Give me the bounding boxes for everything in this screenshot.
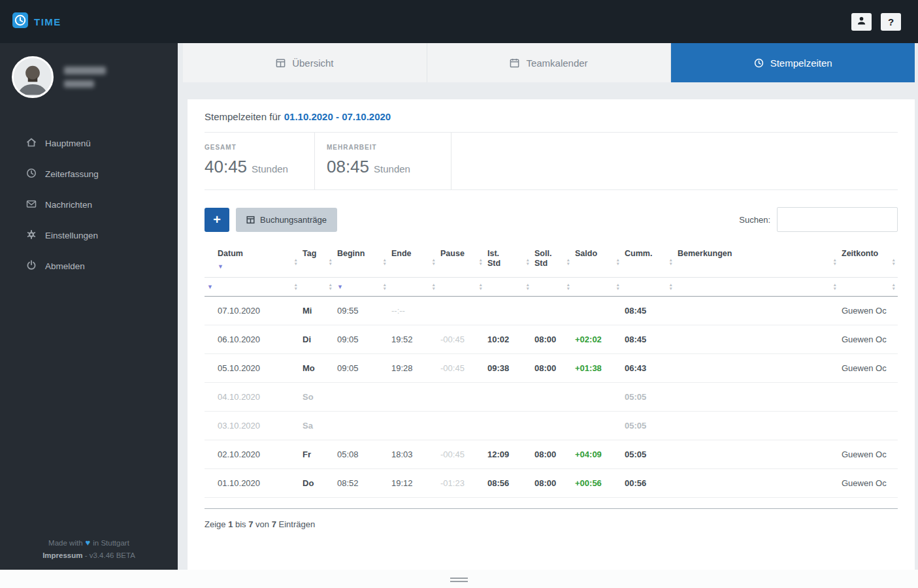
- column-header-ist-std[interactable]: Ist. Std: [485, 246, 532, 278]
- cell-pause: -00:45: [438, 325, 485, 354]
- cell-datum: 04.10.2020: [205, 383, 300, 412]
- column-filter-beginn[interactable]: [335, 278, 389, 297]
- sort-desc-icon: [337, 282, 343, 292]
- cell-beginn: 09:55: [335, 297, 389, 325]
- column-header-zeitkonto[interactable]: Zeitkonto: [839, 246, 898, 278]
- sort-icon: [669, 258, 673, 266]
- column-filter-ende[interactable]: [389, 278, 438, 297]
- column-header-tag[interactable]: Tag: [300, 246, 335, 278]
- booking-requests-button[interactable]: Buchungsanträge: [236, 208, 337, 232]
- column-header-soll-std[interactable]: Soll. Std: [532, 246, 572, 278]
- cell-soll: 08:00: [532, 440, 572, 469]
- impressum-link[interactable]: Impressum: [42, 551, 82, 559]
- avatar[interactable]: [12, 56, 54, 98]
- column-header-bemerkungen[interactable]: Bemerkungen: [675, 246, 839, 278]
- column-filter-bemerkungen[interactable]: [675, 278, 839, 297]
- app-logo[interactable]: TIME: [12, 12, 61, 31]
- column-header-beginn[interactable]: Beginn: [335, 246, 389, 278]
- cell-ende: 18:03: [389, 440, 438, 469]
- stat-label: GESAMT: [205, 144, 288, 151]
- sidebar-item-zeiterfassung[interactable]: Zeiterfassung: [0, 159, 178, 189]
- cell-bemerkungen: [675, 469, 839, 498]
- divider: [205, 189, 898, 190]
- column-filter-soll-std[interactable]: [532, 278, 572, 297]
- tab-label: Übersicht: [292, 57, 333, 69]
- table-row[interactable]: 01.10.2020Do08:5219:12-01:2308:5608:00+0…: [205, 469, 898, 498]
- cell-tag: Mo: [300, 354, 335, 383]
- column-filter-cumm[interactable]: [622, 278, 675, 297]
- sidebar-item-abmelden[interactable]: Abmelden: [0, 251, 178, 282]
- resize-handle[interactable]: [450, 578, 468, 582]
- cell-ist: 10:02: [485, 325, 532, 354]
- stat-label: MEHRARBEIT: [327, 144, 410, 151]
- column-filter-ist-std[interactable]: [485, 278, 532, 297]
- cell-ist: 09:38: [485, 354, 532, 383]
- sidebar-item-hauptmenu[interactable]: Hauptmenü: [0, 128, 178, 159]
- stempelzeiten-table: DatumTagBeginnEndePauseIst. StdSoll. Std…: [205, 246, 898, 498]
- column-header-datum[interactable]: Datum: [205, 246, 300, 278]
- add-entry-button[interactable]: +: [205, 208, 229, 232]
- toolbar: + Buchungsanträge Suchen:: [205, 207, 898, 232]
- cell-cumm: 05:05: [622, 412, 675, 440]
- version-text: - v3.4.46 BETA: [83, 551, 135, 559]
- cell-bemerkungen: [675, 297, 839, 325]
- sort-icon: [833, 283, 837, 291]
- cell-zeitkonto: Guewen Oc: [839, 469, 898, 498]
- sort-icon: [329, 283, 333, 291]
- column-header-ende[interactable]: Ende: [389, 246, 438, 278]
- sort-icon: [479, 283, 483, 291]
- column-filter-saldo[interactable]: [572, 278, 622, 297]
- sidebar-item-nachrichten[interactable]: Nachrichten: [0, 189, 178, 220]
- table-row[interactable]: 07.10.2020Mi09:55--:--08:45Guewen Oc: [205, 297, 898, 325]
- column-header-cumm[interactable]: Cumm.: [622, 246, 675, 278]
- column-header-pause[interactable]: Pause: [438, 246, 485, 278]
- cell-ist: [485, 412, 532, 440]
- stat-value: 40:45: [205, 157, 247, 177]
- cell-cumm: 05:05: [622, 440, 675, 469]
- cell-tag: Do: [300, 469, 335, 498]
- cell-ende: --:--: [389, 297, 438, 325]
- search-input[interactable]: [777, 207, 898, 232]
- topbar-actions: ?: [851, 13, 901, 31]
- table-row[interactable]: 02.10.2020Fr05:0818:03-00:4512:0908:00+0…: [205, 440, 898, 469]
- tab-teamkalender[interactable]: Teamkalender: [427, 43, 672, 82]
- cell-pause: [438, 412, 485, 440]
- cell-tag: Sa: [300, 412, 335, 440]
- content-card: Stempelzeiten für01.10.2020 - 07.10.2020…: [188, 99, 915, 570]
- column-filter-tag[interactable]: [300, 278, 335, 297]
- column-header-saldo[interactable]: Saldo: [572, 246, 622, 278]
- table-row[interactable]: 03.10.2020Sa05:05: [205, 412, 898, 440]
- power-icon: [26, 260, 37, 273]
- tab-uebersicht[interactable]: Übersicht: [183, 43, 427, 82]
- column-filter-datum[interactable]: [205, 278, 300, 297]
- stat-value: 08:45: [327, 157, 369, 177]
- date-range-link[interactable]: 01.10.2020 - 07.10.2020: [284, 111, 391, 122]
- cell-bemerkungen: [675, 412, 839, 440]
- cell-datum: 01.10.2020: [205, 469, 300, 498]
- clock-icon: [26, 168, 37, 181]
- sort-desc-icon: [207, 282, 213, 292]
- table-body: 07.10.2020Mi09:55--:--08:45Guewen Oc06.1…: [205, 297, 898, 498]
- clock-icon: [754, 58, 764, 68]
- cell-zeitkonto: Guewen Oc: [839, 325, 898, 354]
- cell-ende: [389, 412, 438, 440]
- cell-soll: [532, 412, 572, 440]
- version-line: Impressum - v3.4.46 BETA: [0, 549, 178, 562]
- sort-icon: [616, 283, 620, 291]
- stats-panel: GESAMT 40:45 Stunden MEHRARBEIT 08:45 St…: [205, 133, 898, 189]
- tab-stempelzeiten[interactable]: Stempelzeiten: [671, 43, 915, 82]
- table-row[interactable]: 04.10.2020So05:05: [205, 383, 898, 412]
- table-row[interactable]: 06.10.2020Di09:0519:52-00:4510:0208:00+0…: [205, 325, 898, 354]
- sidebar-item-label: Hauptmenü: [45, 139, 91, 148]
- table-row[interactable]: 05.10.2020Mo09:0519:28-00:4509:3808:00+0…: [205, 354, 898, 383]
- user-button[interactable]: [851, 13, 872, 31]
- help-button[interactable]: ?: [881, 13, 901, 31]
- cell-beginn: [335, 412, 389, 440]
- bottom-strip: [0, 570, 918, 588]
- cell-ist: [485, 383, 532, 412]
- column-filter-pause[interactable]: [438, 278, 485, 297]
- sidebar-item-einstellungen[interactable]: Einstellungen: [0, 220, 178, 251]
- column-filter-zeitkonto[interactable]: [839, 278, 898, 297]
- cell-ende: 19:12: [389, 469, 438, 498]
- sort-icon: [329, 258, 333, 266]
